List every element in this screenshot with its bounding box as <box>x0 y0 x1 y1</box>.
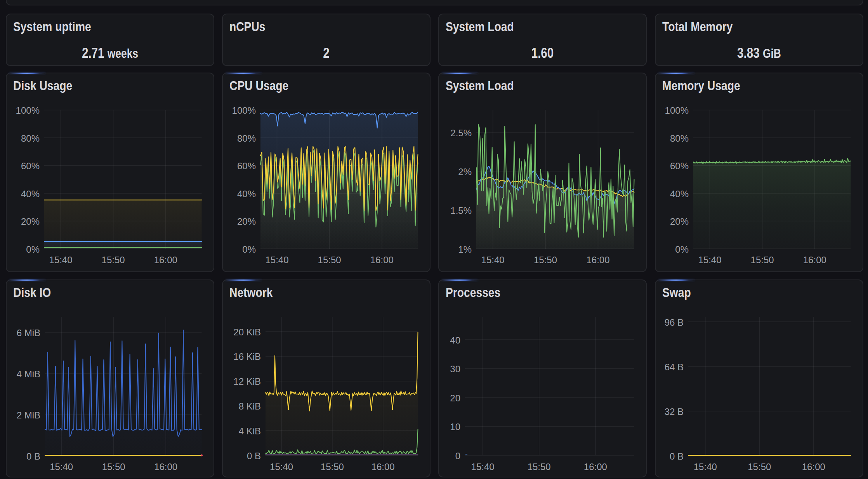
svg-text:60%: 60% <box>21 161 40 171</box>
svg-text:16:00: 16:00 <box>154 462 177 472</box>
svg-text:15:50: 15:50 <box>318 255 341 265</box>
svg-text:40: 40 <box>450 335 460 345</box>
svg-text:15:40: 15:40 <box>50 462 73 472</box>
svg-text:0 B: 0 B <box>670 451 684 462</box>
svg-text:20: 20 <box>450 393 460 403</box>
svg-text:0%: 0% <box>675 244 689 255</box>
svg-text:60%: 60% <box>237 161 256 171</box>
svg-text:0 B: 0 B <box>247 451 261 461</box>
svg-text:30: 30 <box>450 364 460 374</box>
svg-text:16:00: 16:00 <box>802 462 825 472</box>
svg-text:16:00: 16:00 <box>584 462 607 472</box>
svg-text:100%: 100% <box>16 105 40 116</box>
svg-text:40%: 40% <box>237 189 256 199</box>
svg-text:4 MiB: 4 MiB <box>17 369 40 379</box>
svg-text:2%: 2% <box>458 167 472 177</box>
svg-text:15:50: 15:50 <box>751 255 774 265</box>
svg-text:15:40: 15:40 <box>270 462 293 472</box>
svg-text:15:40: 15:40 <box>694 462 717 472</box>
svg-text:15:40: 15:40 <box>471 462 495 472</box>
svg-text:15:40: 15:40 <box>481 255 505 265</box>
svg-text:80%: 80% <box>237 133 256 144</box>
svg-text:16:00: 16:00 <box>803 255 826 265</box>
svg-text:0%: 0% <box>26 244 40 255</box>
svg-text:4 KiB: 4 KiB <box>239 426 261 436</box>
svg-text:15:40: 15:40 <box>698 255 721 265</box>
svg-text:0 B: 0 B <box>26 451 40 462</box>
svg-text:12 KiB: 12 KiB <box>233 376 261 387</box>
svg-text:100%: 100% <box>665 105 689 116</box>
svg-text:15:50: 15:50 <box>102 255 125 265</box>
svg-text:20 KiB: 20 KiB <box>233 327 261 337</box>
svg-text:20%: 20% <box>21 216 40 227</box>
svg-text:100%: 100% <box>232 105 256 116</box>
svg-text:80%: 80% <box>670 133 689 144</box>
svg-text:10: 10 <box>450 422 460 432</box>
svg-text:40%: 40% <box>21 189 40 199</box>
svg-text:16:00: 16:00 <box>154 255 177 265</box>
svg-text:15:50: 15:50 <box>102 462 125 472</box>
svg-text:40%: 40% <box>670 189 689 199</box>
svg-text:2 MiB: 2 MiB <box>17 410 40 420</box>
svg-text:16:00: 16:00 <box>372 462 395 472</box>
svg-text:15:40: 15:40 <box>265 255 288 265</box>
svg-text:64 B: 64 B <box>665 362 684 372</box>
svg-text:0%: 0% <box>242 244 256 255</box>
svg-text:1%: 1% <box>458 244 472 255</box>
svg-text:15:50: 15:50 <box>528 462 551 472</box>
svg-text:20%: 20% <box>237 216 256 227</box>
svg-text:16 KiB: 16 KiB <box>233 351 261 362</box>
svg-text:32 B: 32 B <box>665 406 684 417</box>
svg-text:8 KiB: 8 KiB <box>239 401 261 411</box>
svg-text:80%: 80% <box>21 133 40 144</box>
svg-text:2.5%: 2.5% <box>450 128 472 138</box>
svg-text:16:00: 16:00 <box>586 255 609 265</box>
svg-text:96 B: 96 B <box>665 317 684 328</box>
svg-text:6 MiB: 6 MiB <box>17 328 40 338</box>
svg-text:0: 0 <box>455 451 460 461</box>
svg-text:15:50: 15:50 <box>534 255 557 265</box>
svg-text:16:00: 16:00 <box>370 255 394 265</box>
svg-text:20%: 20% <box>670 216 689 227</box>
svg-text:15:50: 15:50 <box>321 462 344 472</box>
svg-text:1.5%: 1.5% <box>450 205 472 216</box>
svg-text:60%: 60% <box>670 161 689 171</box>
svg-text:15:50: 15:50 <box>748 462 771 472</box>
svg-text:15:40: 15:40 <box>49 255 72 265</box>
